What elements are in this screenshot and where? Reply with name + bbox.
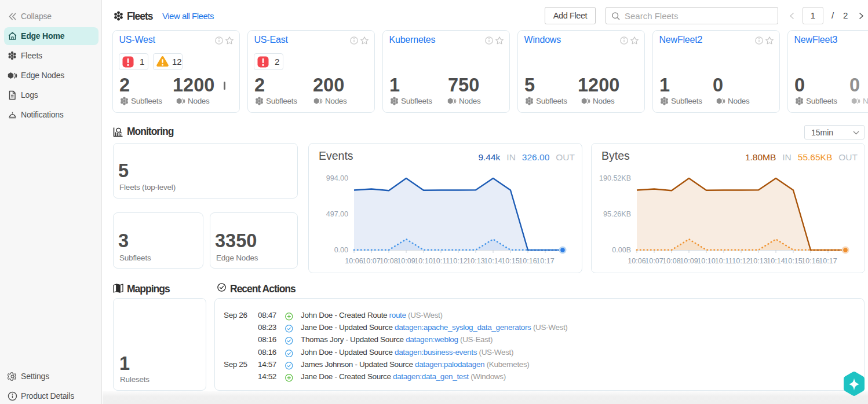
svg-text:0.00: 0.00 [334,246,348,254]
svg-text:10:07: 10:07 [645,257,663,265]
svg-text:10:13: 10:13 [749,257,767,265]
svg-text:10:15: 10:15 [784,257,802,265]
svg-text:10:13: 10:13 [466,257,484,265]
svg-text:0.00B: 0.00B [612,246,631,254]
svg-text:497.00: 497.00 [326,210,348,218]
svg-text:10:14: 10:14 [484,257,502,265]
svg-text:10:16: 10:16 [801,257,819,265]
svg-text:10:14: 10:14 [767,257,785,265]
svg-text:10:16: 10:16 [519,257,537,265]
svg-text:10:10: 10:10 [697,257,715,265]
svg-text:10:15: 10:15 [501,257,519,265]
svg-text:10:09: 10:09 [680,257,698,265]
svg-text:10:12: 10:12 [732,257,750,265]
svg-text:95.26KB: 95.26KB [603,210,631,218]
svg-text:10:08: 10:08 [662,257,680,265]
svg-text:10:12: 10:12 [449,257,467,265]
svg-text:10:10: 10:10 [414,257,432,265]
svg-text:10:06: 10:06 [628,257,645,265]
svg-text:10:11: 10:11 [715,257,732,265]
svg-text:190.52KB: 190.52KB [599,174,631,182]
svg-text:10:08: 10:08 [380,257,397,265]
svg-text:10:06: 10:06 [345,257,363,265]
svg-text:10:11: 10:11 [432,257,450,265]
svg-text:10:09: 10:09 [397,257,415,265]
svg-text:10:17: 10:17 [819,257,837,265]
svg-text:10:17: 10:17 [536,257,554,265]
svg-text:10:07: 10:07 [362,257,380,265]
svg-text:994.00: 994.00 [326,174,348,182]
